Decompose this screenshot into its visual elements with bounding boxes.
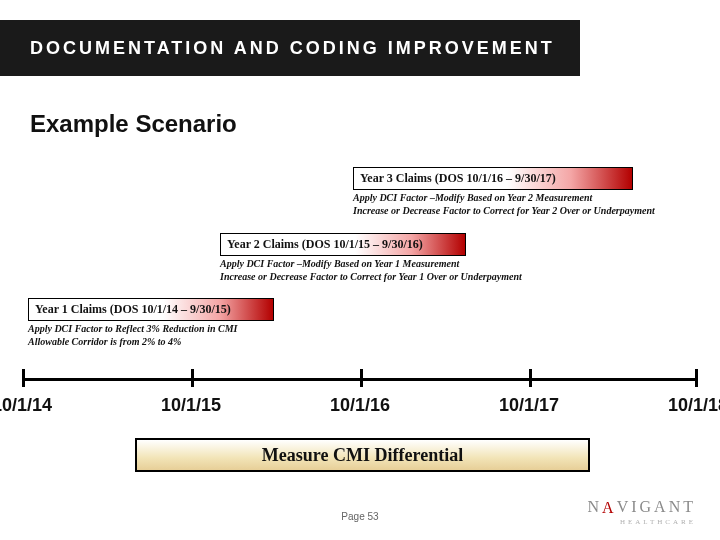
- brand-pre: N: [588, 498, 603, 515]
- brand-name: NAVIGANT: [588, 498, 696, 516]
- year3-desc-line2: Increase or Decrease Factor to Correct f…: [353, 205, 693, 218]
- year2-desc-line2: Increase or Decrease Factor to Correct f…: [220, 271, 560, 284]
- timeline-label: 10/1/16: [310, 395, 410, 416]
- timeline-label: 10/1/15: [141, 395, 241, 416]
- title-bar: DOCUMENTATION AND CODING IMPROVEMENT: [0, 20, 580, 76]
- year2-claims-box: Year 2 Claims (DOS 10/1/15 – 9/30/16): [220, 233, 466, 256]
- year3-claims-box: Year 3 Claims (DOS 10/1/16 – 9/30/17): [353, 167, 633, 190]
- brand-sub: HEALTHCARE: [588, 518, 696, 526]
- subtitle: Example Scenario: [30, 110, 237, 138]
- timeline-tick: [191, 369, 194, 387]
- timeline-tick: [529, 369, 532, 387]
- brand-post: VIGANT: [617, 498, 696, 515]
- year1-desc-line2: Allowable Corridor is from 2% to 4%: [28, 336, 298, 349]
- year3-desc: Apply DCI Factor –Modify Based on Year 2…: [353, 192, 693, 217]
- year2-desc-line1: Apply DCI Factor –Modify Based on Year 1…: [220, 258, 560, 271]
- year1-claims-box: Year 1 Claims (DOS 10/1/14 – 9/30/15): [28, 298, 274, 321]
- timeline-label: 10/1/17: [479, 395, 579, 416]
- year2-claims-label: Year 2 Claims (DOS 10/1/15 – 9/30/16): [227, 237, 423, 251]
- timeline-label: 10/1/18: [648, 395, 720, 416]
- page-title: DOCUMENTATION AND CODING IMPROVEMENT: [30, 38, 555, 59]
- year2-desc: Apply DCI Factor –Modify Based on Year 1…: [220, 258, 560, 283]
- year3-claims-label: Year 3 Claims (DOS 10/1/16 – 9/30/17): [360, 171, 556, 185]
- year1-desc: Apply DCI Factor to Reflect 3% Reduction…: [28, 323, 298, 348]
- timeline-tick: [22, 369, 25, 387]
- brand-accent: A: [602, 499, 617, 517]
- year1-desc-line1: Apply DCI Factor to Reflect 3% Reduction…: [28, 323, 298, 336]
- timeline-tick: [360, 369, 363, 387]
- year1-claims-label: Year 1 Claims (DOS 10/1/14 – 9/30/15): [35, 302, 231, 316]
- measure-cmi-label: Measure CMI Differential: [262, 445, 463, 466]
- year3-desc-line1: Apply DCI Factor –Modify Based on Year 2…: [353, 192, 693, 205]
- brand-logo: NAVIGANT HEALTHCARE: [588, 498, 696, 526]
- timeline-tick: [695, 369, 698, 387]
- timeline-label: 10/1/14: [0, 395, 72, 416]
- measure-cmi-box: Measure CMI Differential: [135, 438, 590, 472]
